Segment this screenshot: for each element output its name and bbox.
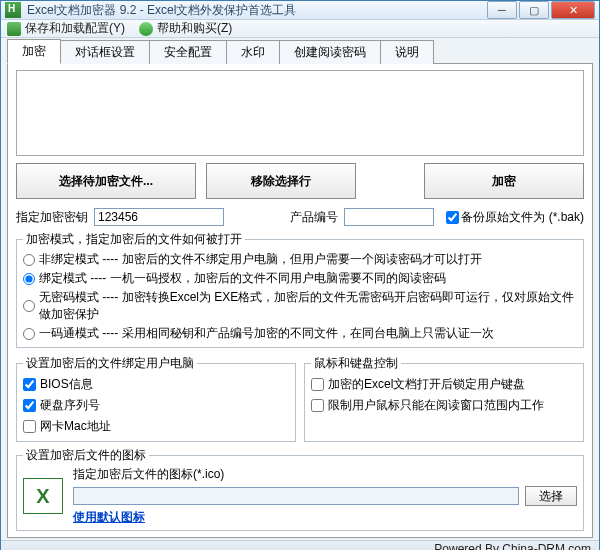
tab-create-password[interactable]: 创建阅读密码 (279, 40, 381, 64)
tab-encrypt[interactable]: 加密 (7, 39, 61, 64)
window-controls: ─ ▢ ✕ (485, 1, 595, 19)
backup-checkbox-input[interactable] (446, 211, 459, 224)
disk-icon (7, 22, 21, 36)
app-window: Excel文档加密器 9.2 - Excel文档外发保护首选工具 ─ ▢ ✕ 保… (0, 0, 600, 550)
bind-mac[interactable]: 网卡Mac地址 (23, 416, 289, 437)
icon-legend: 设置加密后文件的图标 (23, 447, 149, 464)
menu-save-config[interactable]: 保存和加载配置(Y) (7, 20, 125, 37)
maximize-button[interactable]: ▢ (519, 1, 549, 19)
app-icon (5, 2, 21, 18)
select-files-button[interactable]: 选择待加密文件... (16, 163, 196, 199)
file-list[interactable] (16, 70, 584, 156)
product-no-input[interactable] (344, 208, 434, 226)
icon-group: 设置加密后文件的图标 X 指定加密后文件的图标(*.ico) 选择 使用默认图标 (16, 447, 584, 531)
footer-text: Powered By China-DRM.com (434, 542, 591, 550)
button-row: 选择待加密文件... 移除选择行 加密 (16, 163, 584, 199)
mouse-group: 鼠标和键盘控制 加密的Excel文档打开后锁定用户键盘 限制用户鼠标只能在阅读窗… (304, 355, 584, 442)
bind-hdd[interactable]: 硬盘序列号 (23, 395, 289, 416)
bind-legend: 设置加密后的文件绑定用户电脑 (23, 355, 197, 372)
mode-unbind[interactable]: 非绑定模式 ---- 加密后的文件不绑定用户电脑，但用户需要一个阅读密码才可以打… (23, 250, 577, 269)
mouse-legend: 鼠标和键盘控制 (311, 355, 401, 372)
excel-icon: X (23, 478, 63, 514)
mode-nopwd[interactable]: 无密码模式 ---- 加密转换Excel为 EXE格式，加密后的文件无需密码开启… (23, 288, 577, 324)
encrypt-button[interactable]: 加密 (424, 163, 584, 199)
menubar: 保存和加载配置(Y) 帮助和购买(Z) (1, 20, 599, 38)
key-label: 指定加密密钥 (16, 209, 88, 226)
mode-legend: 加密模式，指定加密后的文件如何被打开 (23, 231, 245, 248)
mode-group: 加密模式，指定加密后的文件如何被打开 非绑定模式 ---- 加密后的文件不绑定用… (16, 231, 584, 348)
two-column: 设置加密后的文件绑定用户电脑 BIOS信息 硬盘序列号 网卡Mac地址 鼠标和键… (16, 351, 584, 442)
footer: Powered By China-DRM.com (1, 540, 599, 550)
menu-save-config-label: 保存和加载配置(Y) (25, 20, 125, 37)
tabstrip: 加密 对话框设置 安全配置 水印 创建阅读密码 说明 (7, 42, 593, 64)
titlebar: Excel文档加密器 9.2 - Excel文档外发保护首选工具 ─ ▢ ✕ (1, 1, 599, 20)
backup-checkbox[interactable]: 备份原始文件为 (*.bak) (446, 209, 584, 226)
icon-path-input[interactable] (73, 487, 519, 505)
bind-bios[interactable]: BIOS信息 (23, 374, 289, 395)
bind-group: 设置加密后的文件绑定用户电脑 BIOS信息 硬盘序列号 网卡Mac地址 (16, 355, 296, 442)
window-title: Excel文档加密器 9.2 - Excel文档外发保护首选工具 (27, 2, 485, 19)
mouse-restrict[interactable]: 限制用户鼠标只能在阅读窗口范围内工作 (311, 395, 577, 416)
icon-hint: 指定加密后文件的图标(*.ico) (73, 466, 577, 483)
tab-page-encrypt: 选择待加密文件... 移除选择行 加密 指定加密密钥 产品编号 备份原始文件为 … (7, 64, 593, 538)
help-icon (139, 22, 153, 36)
tab-dialog[interactable]: 对话框设置 (60, 40, 150, 64)
mouse-lock-keyboard[interactable]: 加密的Excel文档打开后锁定用户键盘 (311, 374, 577, 395)
tab-security[interactable]: 安全配置 (149, 40, 227, 64)
minimize-button[interactable]: ─ (487, 1, 517, 19)
client-area: 加密 对话框设置 安全配置 水印 创建阅读密码 说明 选择待加密文件... 移除… (1, 38, 599, 540)
close-button[interactable]: ✕ (551, 1, 595, 19)
browse-icon-button[interactable]: 选择 (525, 486, 577, 506)
use-default-icon-link[interactable]: 使用默认图标 (73, 509, 577, 526)
tab-watermark[interactable]: 水印 (226, 40, 280, 64)
menu-help-buy-label: 帮助和购买(Z) (157, 20, 232, 37)
mode-onecode[interactable]: 一码通模式 ---- 采用相同秘钥和产品编号加密的不同文件，在同台电脑上只需认证… (23, 324, 577, 343)
tab-explain[interactable]: 说明 (380, 40, 434, 64)
menu-help-buy[interactable]: 帮助和购买(Z) (139, 20, 232, 37)
remove-row-button[interactable]: 移除选择行 (206, 163, 356, 199)
mode-bind[interactable]: 绑定模式 ---- 一机一码授权，加密后的文件不同用户电脑需要不同的阅读密码 (23, 269, 577, 288)
key-input[interactable] (94, 208, 224, 226)
key-row: 指定加密密钥 产品编号 备份原始文件为 (*.bak) (16, 208, 584, 226)
product-no-label: 产品编号 (290, 209, 338, 226)
backup-checkbox-label: 备份原始文件为 (*.bak) (461, 209, 584, 226)
